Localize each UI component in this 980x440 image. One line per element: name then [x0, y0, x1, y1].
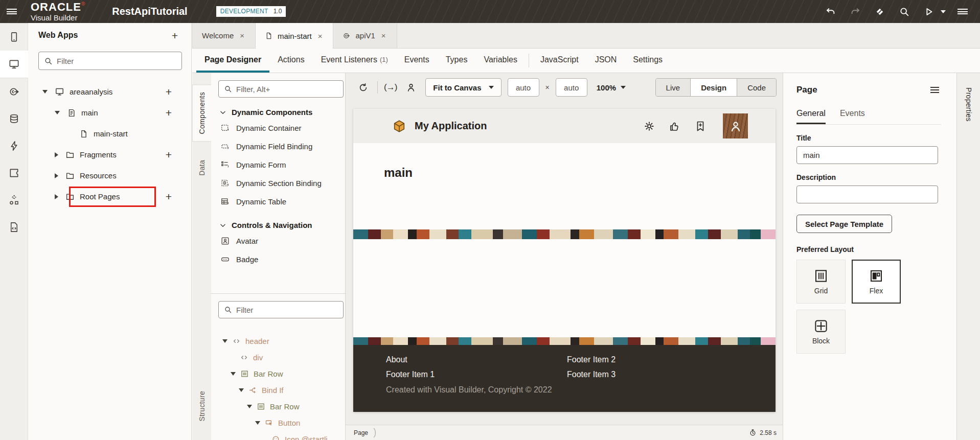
component-dynamic-table[interactable]: Dynamic Table: [211, 192, 345, 211]
tab-settings[interactable]: Settings: [625, 49, 671, 73]
canvas-size-dropdown[interactable]: Fit to Canvas: [425, 78, 501, 97]
component-dynamic-form[interactable]: Dynamic Form: [211, 155, 345, 174]
design-page[interactable]: My Application: [353, 109, 776, 412]
expand-icon[interactable]: [222, 339, 227, 343]
structure-filter-input[interactable]: [236, 306, 338, 314]
tab-types[interactable]: Types: [438, 49, 476, 73]
component-avatar[interactable]: Avatar: [211, 231, 345, 250]
layout-block-option[interactable]: Block: [796, 310, 846, 354]
tab-variables[interactable]: Variables: [475, 49, 526, 73]
add-flow-button[interactable]: +: [162, 85, 176, 99]
collapse-icon[interactable]: [55, 194, 58, 199]
structure-row-bind-if[interactable]: Bind If: [211, 382, 345, 398]
footer-link[interactable]: Footer Item 1: [386, 370, 567, 379]
footer-link[interactable]: Footer Item 2: [567, 355, 776, 364]
component-dynamic-container[interactable]: Dynamic Container: [211, 119, 345, 137]
app-footer[interactable]: About Footer Item 2 Footer Item 1 Footer…: [353, 345, 776, 412]
structure-row-icon[interactable]: Icon @startli: [211, 431, 345, 440]
tab-structure[interactable]: Structure: [192, 384, 211, 429]
user-avatar[interactable]: [723, 113, 748, 138]
structure-row-button[interactable]: Button: [211, 414, 345, 431]
mode-design-button[interactable]: Design: [691, 79, 737, 96]
tab-actions[interactable]: Actions: [269, 49, 312, 73]
close-icon[interactable]: ×: [238, 30, 246, 41]
close-icon[interactable]: ×: [380, 30, 388, 41]
structure-row-header[interactable]: header: [211, 333, 345, 349]
rail-source-files-icon[interactable]: [0, 214, 28, 241]
gear-icon[interactable]: [643, 120, 655, 132]
rail-source-diagram-icon[interactable]: [0, 187, 28, 214]
web-apps-filter[interactable]: [38, 52, 182, 70]
collapse-icon[interactable]: [55, 173, 58, 178]
page-content[interactable]: main: [353, 143, 776, 229]
tab-javascript[interactable]: JavaScript: [532, 49, 587, 73]
tab-welcome[interactable]: Welcome ×: [192, 23, 256, 48]
properties-menu-icon[interactable]: [928, 84, 941, 96]
tab-components[interactable]: Components: [192, 84, 211, 142]
tab-page-designer[interactable]: Page Designer: [196, 49, 269, 73]
undo-icon[interactable]: [821, 2, 841, 22]
user-view-icon[interactable]: [403, 79, 419, 96]
rail-components-icon[interactable]: [0, 159, 28, 187]
component-badge[interactable]: Badge: [211, 250, 345, 268]
run-options-caret-icon[interactable]: [938, 2, 948, 22]
layout-grid-option[interactable]: Grid: [796, 260, 846, 304]
zoom-dropdown[interactable]: 100%: [597, 83, 626, 92]
tab-properties[interactable]: Properties: [959, 80, 978, 129]
tree-row-root-pages[interactable]: Root Pages +: [28, 186, 191, 207]
tab-general[interactable]: General: [796, 109, 826, 124]
overflow-menu-icon[interactable]: [952, 2, 973, 22]
breadcrumb[interactable]: Page: [354, 429, 368, 436]
refresh-icon[interactable]: [355, 79, 371, 96]
title-field[interactable]: [796, 146, 938, 164]
tree-row-areaanalysis[interactable]: areaanalysis +: [28, 81, 191, 102]
structure-row-bar-row-2[interactable]: Bar Row: [211, 398, 345, 414]
expand-icon[interactable]: [247, 405, 252, 408]
expand-icon[interactable]: [239, 388, 244, 392]
component-dynamic-field-binding[interactable]: Dynamic Field Binding: [211, 137, 345, 155]
footer-link[interactable]: About: [386, 355, 567, 364]
tree-row-main-start[interactable]: main-start: [28, 123, 191, 144]
rail-business-objects-icon[interactable]: [0, 105, 28, 132]
tab-apiV1[interactable]: apiV1 ×: [333, 23, 397, 48]
structure-row-div[interactable]: div: [211, 349, 345, 365]
components-filter-input[interactable]: [236, 85, 338, 94]
tab-data[interactable]: Data: [192, 153, 211, 183]
add-page-button[interactable]: +: [162, 106, 176, 120]
expand-icon[interactable]: [231, 372, 236, 376]
search-icon[interactable]: [894, 2, 915, 22]
tab-events[interactable]: Events: [396, 49, 438, 73]
canvas-height-input[interactable]: [556, 78, 587, 97]
mode-code-button[interactable]: Code: [737, 79, 776, 96]
tab-events[interactable]: Events: [840, 109, 865, 124]
tree-row-resources[interactable]: Resources: [28, 165, 191, 186]
components-filter[interactable]: [218, 80, 344, 98]
section-dynamic-components[interactable]: Dynamic Components: [211, 98, 345, 119]
run-icon[interactable]: [919, 2, 939, 22]
decorative-banner-image[interactable]: [353, 337, 776, 345]
component-dynamic-section-binding[interactable]: Dynamic Section Binding: [211, 174, 345, 192]
tree-row-fragments[interactable]: Fragments +: [28, 144, 191, 165]
expand-icon[interactable]: [42, 90, 48, 94]
app-cube-icon[interactable]: [392, 119, 406, 133]
rail-processes-icon[interactable]: [0, 132, 28, 159]
structure-filter[interactable]: [218, 301, 344, 318]
footer-copyright[interactable]: Created with Visual Builder, Copyright ©…: [386, 385, 776, 395]
rail-web-apps-icon[interactable]: [0, 51, 28, 78]
page-heading[interactable]: main: [384, 166, 776, 180]
decorative-banner-image[interactable]: [353, 229, 776, 239]
live-sync-icon[interactable]: (→): [384, 82, 397, 92]
app-header[interactable]: My Application: [353, 109, 776, 143]
rail-service-connections-icon[interactable]: [0, 78, 28, 105]
collapse-icon[interactable]: [55, 152, 58, 157]
section-controls-navigation[interactable]: Controls & Navigation: [211, 211, 345, 231]
expand-icon[interactable]: [55, 111, 60, 114]
description-field[interactable]: [796, 186, 938, 203]
rail-mobile-apps-icon[interactable]: [0, 24, 28, 51]
footer-link[interactable]: Footer Item 3: [567, 370, 776, 379]
expand-icon[interactable]: [255, 421, 260, 425]
tree-row-main[interactable]: main +: [28, 102, 191, 123]
close-icon[interactable]: ×: [316, 31, 324, 41]
add-root-page-button[interactable]: +: [162, 190, 176, 204]
tab-main-start[interactable]: main-start ×: [256, 23, 333, 49]
